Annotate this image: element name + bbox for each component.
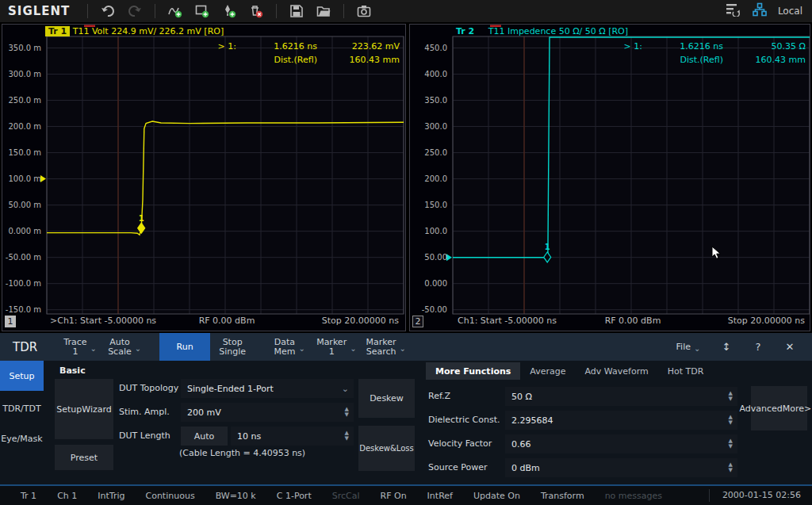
- rf-power: RF 0.00 dBm: [605, 316, 661, 326]
- help-icon[interactable]: ?: [742, 333, 774, 361]
- updown-icon[interactable]: ↕: [710, 333, 742, 361]
- status-transform: Transform: [541, 491, 584, 501]
- svg-text:250.0 m: 250.0 m: [8, 96, 41, 105]
- add-marker-icon[interactable]: [216, 2, 243, 21]
- cable-length-note: (Cable Length = 4.40953 ns): [179, 448, 305, 458]
- dielectric-const-field[interactable]: 2.295684 ▲▼: [505, 411, 737, 430]
- svg-text:-50.00 m: -50.00 m: [6, 253, 41, 262]
- setup-wizard-button[interactable]: SetupWizard: [55, 379, 113, 439]
- deskew-button[interactable]: Deskew: [358, 379, 415, 418]
- spinner-icon[interactable]: ▲▼: [345, 430, 349, 442]
- marker-search-button[interactable]: MarkerSearch⌄: [362, 333, 411, 361]
- preset-button[interactable]: Preset: [55, 445, 113, 470]
- add-trace-icon[interactable]: [162, 2, 189, 21]
- velocity-factor-field[interactable]: 0.66 ▲▼: [505, 434, 737, 453]
- add-window-icon[interactable]: [189, 2, 216, 21]
- top-toolbar: SIGLENT Local: [0, 0, 812, 22]
- svg-text:150.0: 150.0: [424, 201, 447, 209]
- recall-icon[interactable]: [310, 2, 337, 21]
- svg-text:200.0: 200.0: [424, 174, 447, 183]
- local-button[interactable]: Local: [778, 6, 802, 17]
- svg-text:50.00 m: 50.00 m: [8, 201, 41, 209]
- window-number[interactable]: 2: [412, 316, 423, 327]
- svg-text:350.0 m: 350.0 m: [8, 44, 41, 52]
- dut-length-field[interactable]: 10 ns ▲▼: [231, 427, 354, 446]
- status-bw-10-k: BW=10 k: [216, 491, 256, 501]
- chevron-down-icon: ⌄: [135, 344, 141, 353]
- svg-text:300.0 m: 300.0 m: [8, 70, 41, 78]
- plot-window-1[interactable]: 1350.0 m300.0 m250.0 m200.0 m150.0 m100.…: [2, 24, 406, 331]
- tr2-impedance-step-marker-readout: > 1:1.6216 ns50.35 ΩDist.(Refl)160.43 mm: [606, 40, 806, 67]
- dut-topology-select[interactable]: Single-Ended 1-Port ⌄: [181, 379, 354, 398]
- lan-icon[interactable]: [753, 2, 767, 20]
- tdr-menubar: TDR Trace1⌄AutoScale⌄RunStopSingleDataMe…: [0, 333, 812, 361]
- marker-button[interactable]: Marker1⌄: [312, 333, 361, 361]
- group-label: Basic: [59, 365, 86, 376]
- spinner-icon[interactable]: ▲▼: [729, 415, 733, 426]
- advanced-more-button[interactable]: AdvancedMore>>: [751, 386, 807, 430]
- tab-setup[interactable]: Setup: [0, 361, 44, 391]
- chevron-down-icon: ⌄: [90, 344, 97, 353]
- clock: 2000-01-15 02:56: [709, 489, 812, 502]
- tab-tdr-tdt[interactable]: TDR/TDT: [0, 397, 44, 419]
- trace-title: T11 Impedence 50 Ω/ 50 Ω [RO]: [488, 26, 628, 36]
- close-icon[interactable]: ✕: [774, 333, 806, 361]
- run-button[interactable]: Run: [159, 333, 210, 361]
- status-inttrig: IntTrig: [98, 491, 124, 501]
- deskew-loss-button[interactable]: Deskew&Loss: [358, 426, 415, 471]
- spinner-icon[interactable]: ▲▼: [729, 391, 733, 402]
- svg-text:350.0: 350.0: [424, 96, 447, 105]
- stop-single-button[interactable]: StopSingle: [210, 333, 255, 361]
- subtab-average[interactable]: Average: [520, 362, 575, 380]
- tr1-volt-step-marker-readout: > 1:1.6216 ns223.62 mVDist.(Refl)160.43 …: [200, 40, 400, 67]
- tr2-impedance-step-header[interactable]: Tr 2 T11 Impedence 50 Ω/ 50 Ω [RO]: [453, 26, 628, 37]
- rf-power: RF 0.00 dBm: [199, 316, 255, 326]
- status-update-on: Update On: [473, 491, 520, 501]
- screenshot-icon[interactable]: [350, 2, 377, 21]
- redo-icon[interactable]: [121, 2, 148, 21]
- subtab-adv-waveform[interactable]: Adv Waveform: [576, 362, 658, 380]
- file-menu-button[interactable]: File⌄: [666, 333, 710, 361]
- chevron-down-icon: ⌄: [350, 344, 356, 353]
- save-icon[interactable]: [283, 2, 310, 21]
- svg-text:1: 1: [545, 243, 550, 251]
- svg-text:400.0: 400.0: [424, 70, 447, 78]
- tr1-volt-step-header[interactable]: Tr 1 T11 Volt 224.9 mV/ 226.2 mV [RO]: [45, 26, 224, 37]
- toolbar-divider: [87, 4, 88, 18]
- task-config-icon[interactable]: [726, 2, 740, 20]
- data-mem-button[interactable]: DataMem⌄: [267, 333, 312, 361]
- window-number[interactable]: 1: [5, 316, 16, 327]
- delete-trace-icon[interactable]: [243, 2, 270, 21]
- plot-window-2[interactable]: 1450.0400.0350.0300.0250.0200.0150.0100.…: [409, 24, 810, 331]
- trace-button[interactable]: Trace1⌄: [58, 333, 102, 361]
- tr2-impedance-step-ref-arrow[interactable]: [446, 254, 452, 261]
- status-c-1-port: C 1-Port: [277, 491, 312, 501]
- trace-label: Tr 2: [453, 26, 477, 36]
- status-ch-1: Ch 1: [57, 491, 77, 501]
- ref-z-field[interactable]: 50 Ω ▲▼: [505, 387, 737, 406]
- sweep-stop: Stop 20.00000 ns: [322, 316, 399, 326]
- spinner-icon[interactable]: ▲▼: [345, 407, 349, 418]
- spinner-icon[interactable]: ▲▼: [729, 438, 733, 450]
- spinner-icon[interactable]: ▲▼: [729, 462, 733, 473]
- dut-topology-label: DUT Topology: [119, 379, 178, 398]
- auto-scale-button[interactable]: AutoScale⌄: [102, 333, 147, 361]
- status-no-messages: no messages: [605, 491, 662, 501]
- dut-length-auto-button[interactable]: Auto: [181, 427, 228, 446]
- sweep-start: Ch1: Start -5.00000 ns: [458, 316, 557, 326]
- sweep-stop: Stop 20.00000 ns: [728, 316, 805, 326]
- svg-text:450.0: 450.0: [424, 44, 447, 52]
- subtab-hot-tdr[interactable]: Hot TDR: [658, 362, 714, 380]
- trace-title: T11 Volt 224.9 mV/ 226.2 mV [RO]: [73, 26, 224, 36]
- velocity-factor-label: Velocity Factor: [428, 434, 492, 453]
- svg-text:-150.0 m: -150.0 m: [6, 305, 41, 314]
- source-power-field[interactable]: 0 dBm ▲▼: [505, 458, 737, 477]
- tab-eye-mask[interactable]: Eye/Mask: [0, 427, 44, 450]
- subtab-more-functions[interactable]: More Functions: [426, 362, 520, 380]
- undo-icon[interactable]: [94, 2, 121, 21]
- source-power-label: Source Power: [428, 458, 488, 477]
- status-srccal: SrcCal: [332, 491, 360, 501]
- tr1-volt-step-ref-arrow[interactable]: [40, 175, 46, 182]
- svg-text:50.00: 50.00: [424, 253, 447, 262]
- stim-ampl-field[interactable]: 200 mV ▲▼: [181, 403, 354, 422]
